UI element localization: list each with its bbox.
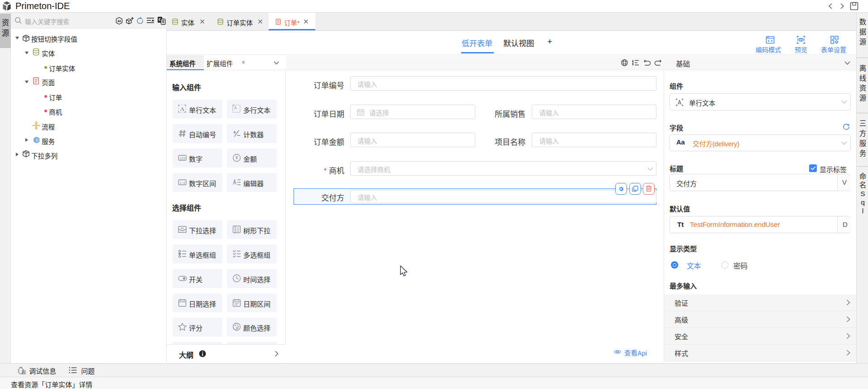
svg-text:1~3: 1~3 [180, 181, 185, 184]
svg-text:123: 123 [179, 156, 185, 160]
svg-text:AI: AI [117, 19, 121, 23]
svg-text:A: A [180, 106, 184, 112]
svg-text:¥: ¥ [235, 155, 238, 160]
svg-text:A: A [234, 106, 237, 110]
